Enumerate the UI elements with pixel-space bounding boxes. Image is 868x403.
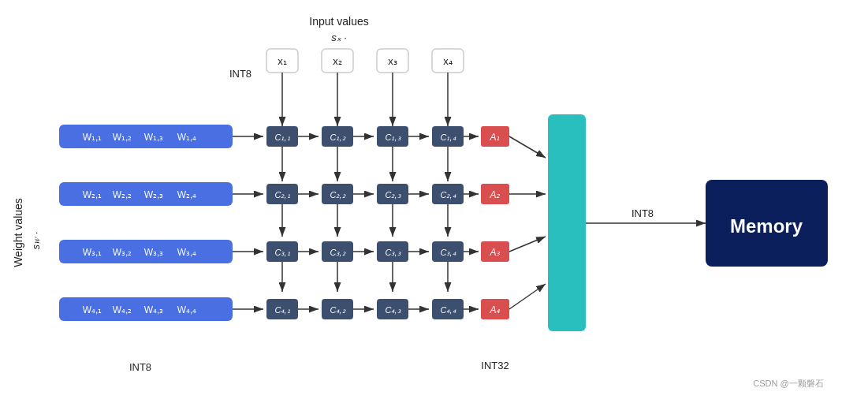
c12-text: C₁,₂ (330, 132, 346, 142)
a3-text: A₃ (489, 247, 501, 258)
requantization-box (548, 114, 586, 331)
input-x1-text: x₁ (278, 55, 287, 67)
w31: W₃,₁ (83, 247, 102, 258)
w41: W₄,₁ (83, 304, 102, 315)
w14: W₁,₄ (177, 132, 197, 143)
memory-label: Memory (730, 215, 803, 237)
c21-text: C₂,₁ (275, 190, 290, 200)
w24: W₂,₄ (177, 189, 197, 200)
w22: W₂,₂ (113, 189, 132, 200)
w43: W₄,₃ (144, 304, 164, 315)
int8-weight-label: INT8 (129, 361, 151, 373)
w32: W₃,₂ (113, 247, 132, 258)
input-x2-text: x₂ (333, 55, 342, 67)
c22-text: C₂,₂ (330, 190, 346, 200)
c11-text: C₁,₁ (275, 132, 290, 142)
c31-text: C₃,₁ (275, 248, 290, 257)
c14-text: C₁,₄ (441, 132, 456, 142)
c34-text: C₃,₄ (441, 248, 456, 257)
int8-output-label: INT8 (631, 207, 654, 219)
c42-text: C₄,₂ (330, 305, 346, 315)
weight-scale-label: s𝑤 · (30, 232, 42, 250)
int8-input-label: INT8 (229, 68, 251, 80)
c44-text: C₄,₄ (441, 305, 456, 315)
w33: W₃,₃ (144, 247, 164, 258)
a4-text: A₄ (489, 304, 500, 315)
watermark: CSDN @一颗磐石 (753, 379, 823, 388)
a1-text: A₁ (489, 132, 500, 143)
int32-label: INT32 (481, 360, 509, 371)
w12: W₁,₂ (113, 132, 132, 143)
c43-text: C₄,₃ (386, 305, 401, 315)
c41-text: C₄,₁ (275, 305, 290, 315)
weight-values-label: Weight values (12, 198, 24, 267)
w42: W₄,₂ (113, 304, 132, 315)
c32-text: C₃,₂ (330, 248, 346, 257)
input-x4-text: x₄ (443, 55, 453, 67)
c33-text: C₃,₃ (386, 248, 401, 257)
w34: W₃,₄ (177, 247, 197, 258)
w11: W₁,₁ (83, 132, 102, 143)
w44: W₄,₄ (177, 304, 197, 315)
input-x3-text: x₃ (388, 55, 397, 67)
c23-text: C₂,₃ (386, 190, 401, 200)
w23: W₂,₃ (144, 189, 164, 200)
input-values-label: Input values (309, 15, 369, 28)
w21: W₂,₁ (83, 189, 102, 200)
w13: W₁,₃ (144, 132, 164, 143)
c13-text: C₁,₃ (386, 132, 401, 142)
diagram-container: Input values sₓ · INT8 x₁ x₂ x₃ x₄ (0, 0, 868, 403)
a2-text: A₂ (489, 189, 501, 200)
c24-text: C₂,₄ (441, 190, 456, 200)
input-scale-label: sₓ · (331, 32, 347, 43)
